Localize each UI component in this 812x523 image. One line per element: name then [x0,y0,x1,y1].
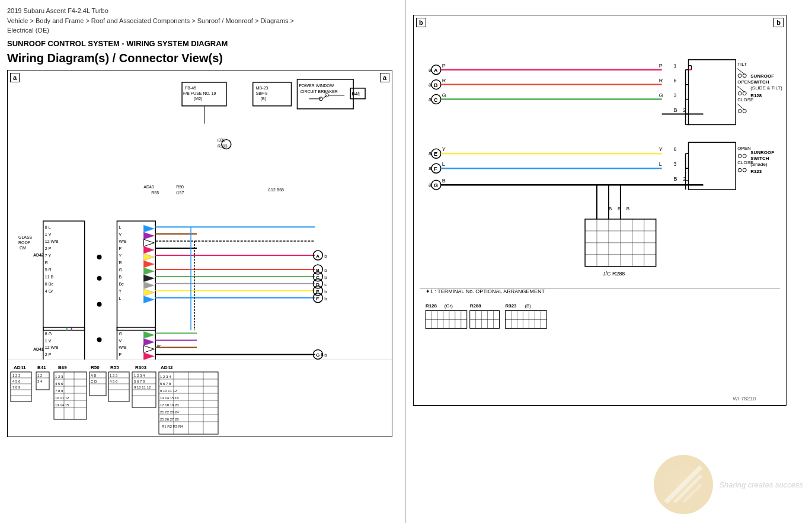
svg-point-284 [743,154,746,158]
svg-text:b: b [324,274,327,280]
svg-text:V: V [119,338,122,342]
svg-text:3: 3 [674,161,677,167]
svg-text:2  P: 2 P [45,352,52,357]
car-model: 2019 Subaru Ascent F4-2.4L Turbo [7,6,398,16]
svg-text:A: A [434,68,438,73]
svg-text:R50: R50 [176,185,184,189]
svg-text:AD42: AD42 [33,252,44,256]
svg-text:7 8 9: 7 8 9 [55,389,63,393]
svg-text:b: b [324,288,327,294]
svg-text:3 4: 3 4 [37,380,43,383]
svg-text:R303: R303 [135,365,147,370]
left-wiring-diagram: a a FB-45 F/B FUSE NO. 19 (M2) MB-23 SBF… [7,70,392,437]
watermark: Sharing creates success [654,455,803,514]
svg-text:1 2 3 4: 1 2 3 4 [160,375,171,378]
svg-text:Y: Y [442,146,446,152]
svg-text:5  R: 5 R [45,267,52,271]
svg-text:CM: CM [20,246,26,250]
svg-text:B68: B68 [277,188,284,192]
svg-text:R128: R128 [750,93,762,98]
svg-text:B: B [618,206,621,211]
svg-text:13 14 15: 13 14 15 [55,403,69,407]
svg-text:2  P: 2 P [45,246,52,251]
svg-text:1 2 3: 1 2 3 [55,375,63,378]
svg-text:c: c [324,281,327,287]
svg-text:13 14 15 16: 13 14 15 16 [160,396,179,400]
right-svg: a A a B a C a E a F [414,15,786,405]
right-panel: b b a A a B a C a E [406,0,812,523]
svg-rect-264 [689,60,736,125]
svg-text:R: R [659,78,663,84]
svg-text:Y: Y [659,146,663,152]
svg-text:1 2 3 4: 1 2 3 4 [134,374,145,377]
svg-text:R55: R55 [110,365,119,370]
svg-line-351 [666,467,701,502]
breadcrumb-line3: Electrical (OE) [7,25,398,36]
svg-point-283 [738,154,741,158]
svg-text:5 6 7 8: 5 6 7 8 [134,380,145,383]
svg-text:SBF-8: SBF-8 [256,91,268,95]
svg-text:V: V [119,232,122,236]
svg-text:(Gr): (Gr) [445,303,453,309]
svg-text:P: P [442,63,446,69]
svg-text:4 5 6: 4 5 6 [55,382,63,386]
svg-text:ROOF: ROOF [18,240,30,245]
svg-text:J/C  R288: J/C R288 [603,271,625,277]
left-panel: 2019 Subaru Ascent F4-2.4L Turbo Vehicle… [0,0,406,523]
svg-text:12 W/B: 12 W/B [45,239,59,243]
svg-text:B: B [674,176,677,182]
svg-text:1  V: 1 V [45,338,52,342]
svg-text:R50: R50 [91,365,100,370]
svg-point-271 [738,92,741,95]
svg-text:Be: Be [119,281,124,285]
svg-text:11 B: 11 B [45,274,54,278]
svg-text:B69: B69 [58,365,67,370]
svg-text:SWITCH: SWITCH [750,79,769,85]
svg-marker-120 [143,352,154,360]
svg-text:R323: R323 [750,169,762,174]
svg-text:4  Gr: 4 Gr [45,288,53,293]
svg-text:9 10 11 12: 9 10 11 12 [160,389,177,393]
svg-text:(SLIDE & TILT): (SLIDE & TILT) [750,85,782,91]
svg-text:G: G [119,331,122,335]
svg-point-142 [97,254,102,259]
svg-text:1 2 3: 1 2 3 [110,374,118,377]
svg-text:B: B [119,274,122,278]
svg-text:6: 6 [674,146,677,152]
svg-text:R323: R323 [506,303,517,309]
svg-text:5 6 7 8: 5 6 7 8 [160,382,171,386]
svg-text:9 10 11 12: 9 10 11 12 [134,386,151,389]
svg-text:Y: Y [119,288,122,293]
svg-line-270 [737,86,744,92]
right-wiring-diagram: b b a A a B a C a E [413,15,787,406]
svg-marker-63 [143,246,154,254]
svg-text:P: P [119,352,122,357]
svg-marker-67 [143,274,154,281]
diagram-title: SUNROOF CONTROL SYSTEM - WIRING SYSTEM D… [7,39,398,48]
svg-text:L: L [119,296,121,300]
svg-text:b: b [324,352,327,358]
svg-text:E: E [434,151,437,157]
svg-text:L: L [442,161,445,167]
svg-text:CIRCUIT BREAKER: CIRCUIT BREAKER [300,89,337,93]
svg-text:B: B [434,82,438,88]
svg-text:8  L: 8 L [45,225,51,229]
svg-text:R: R [119,260,122,264]
svg-text:25 26 27 28: 25 26 27 28 [160,418,179,421]
section-title: Wiring Diagram(s) / Connector View(s) [7,52,398,65]
svg-text:G: G [119,267,122,271]
svg-text:P: P [119,246,122,251]
svg-point-287 [743,168,746,172]
header-info: 2019 Subaru Ascent F4-2.4L Turbo Vehicle… [7,6,398,36]
svg-text:i112: i112 [268,188,276,192]
svg-text:B: B [674,107,677,113]
svg-marker-60 [143,225,154,232]
svg-text:R: R [45,260,48,264]
svg-text:Y: Y [119,253,122,257]
svg-text:L: L [659,161,662,167]
svg-text:b: b [324,267,327,272]
svg-text:G: G [442,92,446,98]
svg-text:G: G [434,182,438,188]
svg-text:AD41: AD41 [14,365,26,370]
svg-text:(B): (B) [525,303,531,309]
